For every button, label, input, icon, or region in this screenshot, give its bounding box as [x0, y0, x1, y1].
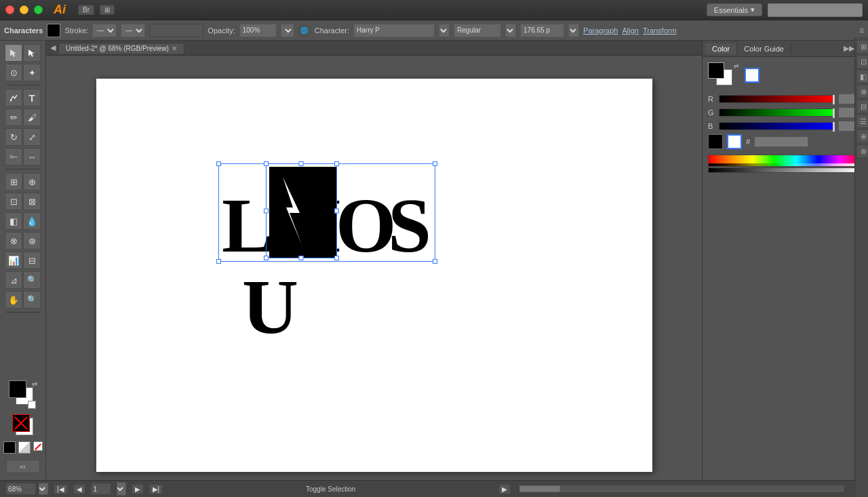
panel-fg-swatch[interactable]	[708, 62, 724, 79]
fill-color-swatch[interactable]	[47, 24, 60, 37]
magic-wand-tool[interactable]: ✦	[23, 64, 41, 81]
canvas-area[interactable]: ◀ Untitled-2* @ 68% (RGB/Preview) ✕	[46, 41, 702, 480]
r-slider[interactable]	[719, 95, 835, 103]
minimize-button[interactable]	[20, 5, 28, 14]
last-page-button[interactable]: ▶|	[149, 484, 163, 494]
rotate-tool[interactable]: ↻	[5, 128, 22, 146]
close-button[interactable]	[5, 5, 14, 14]
symbol-tool[interactable]: ⊛	[23, 232, 41, 250]
fg-color-swatch[interactable]	[9, 380, 26, 398]
perspective-tool[interactable]: ⊡	[5, 193, 22, 210]
outer-handle-tr[interactable]	[433, 161, 437, 166]
outer-handle-bl[interactable]	[216, 259, 221, 264]
toggle-selection-button[interactable]: ▶	[498, 484, 511, 494]
document-tab[interactable]: Untitled-2* @ 68% (RGB/Preview) ✕	[58, 43, 184, 54]
zoom-tool[interactable]: 🔍	[23, 271, 41, 289]
swap-colors-icon[interactable]: ⇄	[32, 380, 37, 388]
color-tab[interactable]: Color	[705, 43, 737, 54]
blend-tool[interactable]: ⊗	[5, 232, 22, 250]
handle-tr[interactable]	[334, 161, 339, 166]
horizontal-scrollbar[interactable]	[519, 485, 845, 493]
zoom-out-tool[interactable]: 🔍	[23, 291, 41, 309]
spectrum-bar[interactable]	[708, 155, 863, 167]
first-page-button[interactable]: |◀	[54, 484, 68, 494]
lasso-tool[interactable]: ⊙	[5, 64, 22, 81]
panel-icon-7[interactable]: ⊕	[856, 130, 868, 143]
color-guide-tab[interactable]: Color Guide	[737, 43, 791, 54]
align-link[interactable]: Align	[622, 26, 638, 35]
gradient-tool[interactable]: ◧	[5, 212, 22, 230]
workspace-icon-button[interactable]: ⊞	[100, 5, 115, 15]
panel-icon-8[interactable]: ⊛	[856, 144, 868, 158]
panel-icon-6[interactable]: ☰	[856, 115, 868, 128]
color-mode-solid[interactable]	[3, 441, 16, 454]
paragraph-link[interactable]: Paragraph	[583, 26, 618, 35]
hex-input[interactable]	[754, 136, 808, 147]
panel-icon-3[interactable]: ◧	[856, 70, 868, 83]
g-slider[interactable]	[719, 108, 835, 117]
transform-link[interactable]: Transform	[643, 26, 677, 35]
panel-icon-5[interactable]: ⊟	[856, 100, 868, 113]
panel-icon-2[interactable]: ⊡	[856, 55, 868, 68]
eyedropper-tool[interactable]: 💧	[23, 212, 41, 230]
tab-collapse-icon[interactable]: ◀	[50, 43, 56, 52]
reset-colors-icon[interactable]	[28, 401, 36, 409]
opacity-select[interactable]: ▾	[281, 24, 294, 37]
scale-tool[interactable]: ⤢	[23, 128, 41, 146]
size-select[interactable]: ▾	[568, 24, 579, 37]
type-tool[interactable]: T	[23, 89, 41, 106]
color-mode-gradient[interactable]	[18, 441, 31, 454]
toolbar-options-icon[interactable]: ≡	[859, 26, 864, 35]
selection-tool[interactable]	[5, 44, 22, 62]
canvas-wrapper[interactable]: L M O S U	[46, 56, 702, 480]
b-slider-thumb[interactable]	[833, 122, 835, 132]
handle-tl[interactable]	[264, 161, 269, 166]
r-slider-thumb[interactable]	[833, 95, 835, 104]
font-input[interactable]: Harry P	[353, 24, 435, 37]
panel-icon-1[interactable]: ⊞	[856, 40, 868, 54]
width-tool[interactable]: ↔	[23, 148, 41, 165]
style-select[interactable]: ▾	[505, 24, 516, 37]
panel-icon-4[interactable]: ⊗	[856, 85, 868, 98]
hand-tool[interactable]: ✋	[5, 291, 22, 309]
page-input[interactable]: 1	[91, 483, 111, 495]
mesh-tool[interactable]: ⊠	[23, 193, 41, 210]
g-slider-thumb[interactable]	[833, 108, 835, 118]
pencil-tool[interactable]: ✏	[5, 108, 22, 126]
size-input[interactable]: 176.65 p	[520, 24, 564, 37]
search-box[interactable]	[768, 3, 863, 17]
zoom-input[interactable]: 68%	[5, 483, 36, 495]
scroll-thumb-h[interactable]	[519, 485, 560, 492]
font-select[interactable]: ▾	[439, 24, 450, 37]
panel-forward-icon[interactable]: ▶▶	[842, 43, 856, 54]
stroke-select[interactable]: —	[92, 24, 117, 37]
artboard-tool[interactable]: ⊟	[23, 252, 41, 269]
maximize-button[interactable]	[34, 5, 43, 14]
page-select[interactable]: ▾	[117, 482, 126, 496]
tab-close-button[interactable]: ✕	[172, 45, 177, 52]
stroke-weight-select[interactable]: —	[121, 24, 145, 37]
paintbrush-tool[interactable]: 🖌	[23, 108, 41, 126]
next-page-button[interactable]: ▶	[132, 484, 144, 494]
color-mode-none[interactable]	[33, 441, 43, 451]
change-screen-mode[interactable]: ▭	[6, 460, 40, 473]
outer-handle-tl[interactable]	[216, 161, 221, 166]
shape-builder-tool[interactable]: ⊕	[23, 173, 41, 191]
handle-tm[interactable]	[299, 161, 304, 166]
panel-swap-icon[interactable]: ⇄	[734, 62, 739, 69]
opacity-input[interactable]: 100%	[239, 24, 277, 37]
style-input[interactable]: Regular	[454, 24, 501, 37]
zoom-select[interactable]: ▾	[39, 483, 48, 495]
column-graph-tool[interactable]: 📊	[5, 252, 22, 269]
warp-tool[interactable]: ⟜	[5, 148, 22, 165]
pen-tool[interactable]	[5, 89, 22, 106]
bridge-button[interactable]: Br	[78, 5, 94, 15]
slice-tool[interactable]: ⊿	[5, 271, 22, 289]
essentials-menu[interactable]: Essentials ▾	[707, 3, 762, 16]
direct-selection-tool[interactable]	[23, 44, 41, 62]
free-transform-tool[interactable]: ⊞	[5, 173, 22, 191]
panel-active-swatch[interactable]	[745, 68, 760, 83]
grayscale-bar[interactable]	[708, 167, 863, 173]
fill-color-main[interactable]	[12, 414, 30, 432]
prev-page-button[interactable]: ◀	[73, 484, 85, 494]
